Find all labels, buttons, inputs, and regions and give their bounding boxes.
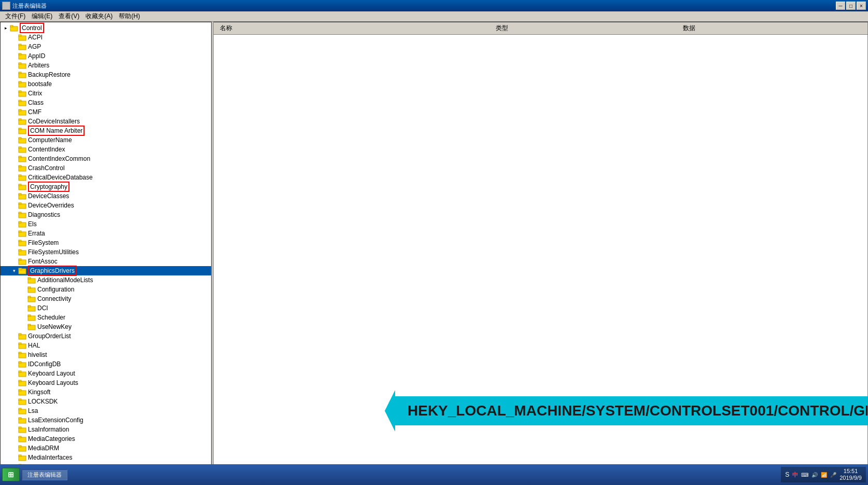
expand-icon-hal [10,341,18,350]
tree-item-connectivity[interactable]: Connectivity [1,294,211,303]
tree-item-graphicsdrivers[interactable]: ▾ GraphicsDrivers [1,266,211,275]
folder-icon-criticaldevicedatabase [18,174,26,181]
taskbar: ⊞ 注册表编辑器 S 中 ⌨ 🔊 📶 🎤 15:51 2019/9/9 [0,464,868,485]
tree-item-criticaldevicedatabase[interactable]: CriticalDeviceDatabase [1,173,211,182]
title-bar-left: 注册表编辑器 [2,2,47,10]
tree-item-cmf[interactable]: CMF [1,107,211,117]
tree-item-lsaextensionconfigr[interactable]: LsaExtensionConfig [1,415,211,425]
tree-item-kingsoft[interactable]: Kingsoft [1,387,211,397]
expand-icon-usenewkey [19,323,27,331]
folder-icon-deviceoverrides [18,202,26,209]
folder-icon-acpi [18,34,26,41]
tree-item-codeviceinstallers[interactable]: CoDeviceInstallers [1,117,211,126]
window-controls: ─ □ × [836,2,866,10]
svg-rect-74 [19,362,21,363]
tree-item-agp[interactable]: AGP [1,42,211,51]
tree-item-els[interactable]: Els [1,219,211,229]
tree-label-scheduler: Scheduler [37,313,65,322]
tree-item-computername[interactable]: ComputerName [1,135,211,145]
tree-item-diagnostics[interactable]: Diagnostics [1,210,211,219]
expand-icon-connectivity [19,295,27,303]
menu-file[interactable]: 文件(F) [2,11,29,22]
tree-item-contentindexcommon[interactable]: ContentIndexCommon [1,154,211,163]
start-button[interactable]: ⊞ [2,468,20,481]
folder-icon-els [18,220,26,228]
folder-icon-keyboard-layouts [18,379,26,386]
tree-item-idconfigdb[interactable]: IDConfigDB [1,359,211,369]
tree-item-acpi[interactable]: ACPI [1,33,211,42]
tree-panel[interactable]: ▸ Control ACPI [0,22,212,474]
menu-view[interactable]: 查看(V) [55,11,82,22]
svg-rect-58 [28,287,31,288]
tree-label-mediacategories: MediaCategories [28,435,75,443]
tree-item-arbiters[interactable]: Arbiters [1,61,211,70]
menu-help[interactable]: 帮助(H) [116,11,143,22]
minimize-button[interactable]: ─ [836,2,845,10]
tree-label-diagnostics: Diagnostics [28,211,60,219]
tree-item-fontassoc[interactable]: FontAssoc [1,257,211,266]
svg-rect-5 [19,44,21,46]
svg-rect-15 [19,91,21,92]
tree-item-appid[interactable]: AppID [1,51,211,61]
tree-item-scheduler[interactable]: Scheduler [1,313,211,322]
tree-item-grouporderlist[interactable]: GroupOrderList [1,331,211,341]
tree-item-filesystem[interactable]: FileSystem [1,238,211,247]
tree-label-locksdk: LOCKSDK [28,397,58,406]
menu-edit[interactable]: 编辑(E) [29,11,55,22]
svg-rect-21 [19,119,21,120]
tree-label-idconfigdb: IDConfigDB [28,360,61,368]
tree-item-keyboard-layouts[interactable]: Keyboard Layouts [1,378,211,387]
tree-item-deviceoverrides[interactable]: DeviceOverrides [1,201,211,210]
svg-rect-29 [19,156,21,158]
tree-item-control[interactable]: ▸ Control [1,23,211,33]
svg-rect-13 [19,81,21,83]
expand-icon-errata [10,229,18,238]
tree-item-class[interactable]: Class [1,98,211,107]
tree-item-usenewkey[interactable]: UseNewKey [1,322,211,331]
tree-item-dci[interactable]: DCI [1,303,211,313]
tree-item-contentindex[interactable]: ContentIndex [1,145,211,154]
tree-item-bootsafe[interactable]: bootsafe [1,79,211,89]
svg-rect-19 [19,109,21,111]
expand-icon-control: ▸ [2,24,10,32]
tree-label-com: COM Name Arbiter [28,126,85,136]
expand-icon-backuprestore [10,71,18,79]
tray-sound-icon: 🔊 [811,472,818,478]
tree-item-configuration[interactable]: Configuration [1,285,211,294]
folder-icon-locksdk [18,398,26,405]
tree-item-keyboard-layout[interactable]: Keyboard Layout [1,369,211,378]
tree-item-errata[interactable]: Errata [1,229,211,238]
expand-icon-idconfigdb [10,360,18,368]
expand-icon-codeviceinstallers [10,117,18,126]
tree-item-citrix[interactable]: Citrix [1,89,211,98]
folder-icon-lsainformation [18,426,26,433]
tree-item-hivelist[interactable]: hivelist [1,350,211,359]
tree-item-lsainformation[interactable]: LsaInformation [1,425,211,434]
tree-label-citrix: Citrix [28,89,42,98]
tree-label-lsa: Lsa [28,407,38,415]
tree-item-com-name-arbiter[interactable]: COM Name Arbiter [1,126,211,135]
tree-item-mediacategories[interactable]: MediaCategories [1,434,211,444]
taskbar-regedit[interactable]: 注册表编辑器 [22,469,67,480]
tree-item-lsa[interactable]: Lsa [1,406,211,415]
tree-item-locksdk[interactable]: LOCKSDK [1,397,211,406]
menu-favorites[interactable]: 收藏夹(A) [82,11,116,22]
tree-item-crashcontrol[interactable]: CrashControl [1,163,211,173]
expand-icon-filesystem [10,239,18,247]
tree-item-deviceclasses[interactable]: DeviceClasses [1,191,211,201]
tree-item-cryptography[interactable]: Cryptography [1,182,211,191]
close-button[interactable]: × [857,2,866,10]
folder-icon-lsaextensionconfigr [18,417,26,424]
svg-rect-56 [28,278,31,279]
tree-label-keyboard-layout: Keyboard Layout [28,369,75,378]
tree-item-hal[interactable]: HAL [1,341,211,350]
tree-item-additionalmodelists[interactable]: AdditionalModeLists [1,275,211,285]
tree-item-mediainterfaces[interactable]: MediaInterfaces [1,453,211,462]
tree-label-mediainterfaces: MediaInterfaces [28,453,72,462]
tree-item-backuprestore[interactable]: BackupRestore [1,70,211,79]
tree-item-mediadrm[interactable]: MediaDRM [1,444,211,453]
tree-item-filesystemutilities[interactable]: FileSystemUtilities [1,247,211,257]
tree-label-lsaextensionconfigr: LsaExtensionConfig [28,416,83,424]
folder-icon-keyboard-layout [18,370,26,377]
maximize-button[interactable]: □ [846,2,856,10]
